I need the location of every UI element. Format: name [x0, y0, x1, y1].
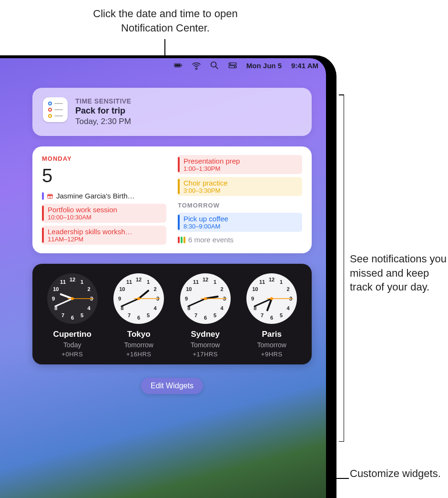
callout-right: See notifications you missed and keep tr… — [350, 252, 448, 294]
clock-day: Today — [63, 341, 81, 349]
clock-offset: +9HRS — [261, 351, 283, 358]
calendar-event: Portfolio work session10:00–10:30AM — [42, 204, 166, 223]
svg-text:1: 1 — [81, 279, 83, 285]
battery-icon[interactable] — [174, 61, 183, 70]
svg-text:2: 2 — [220, 286, 223, 292]
svg-rect-1 — [175, 64, 181, 67]
svg-text:7: 7 — [194, 312, 197, 318]
calendar-day-number: 5 — [42, 166, 166, 185]
svg-point-79 — [270, 297, 273, 300]
svg-text:2: 2 — [87, 286, 90, 292]
svg-text:1: 1 — [147, 279, 150, 285]
callout-bottom: Customize widgets. — [350, 467, 441, 481]
svg-text:4: 4 — [220, 305, 224, 311]
menu-bar: Mon Jun 5 9:41 AM — [0, 58, 326, 73]
svg-text:5: 5 — [280, 312, 283, 318]
svg-text:2: 2 — [287, 286, 290, 292]
svg-text:2: 2 — [154, 286, 157, 292]
gift-icon — [47, 193, 53, 199]
clock-city: Paris — [262, 330, 282, 339]
world-clock-item: 123456789101112 SydneyTomorrow+17HRS — [179, 272, 232, 358]
svg-text:6: 6 — [71, 315, 74, 321]
callout-top: Click the date and time to open Notifica… — [80, 7, 251, 35]
svg-point-3 — [211, 62, 216, 67]
svg-text:9: 9 — [118, 296, 121, 301]
svg-text:7: 7 — [261, 312, 264, 318]
notification-subtitle: Today, 2:30 PM — [75, 117, 131, 126]
svg-text:5: 5 — [81, 312, 83, 318]
clock-offset: +16HRS — [126, 351, 152, 358]
svg-rect-2 — [181, 65, 182, 66]
screen: Mon Jun 5 9:41 AM TIME SENSITIVE Pack fo… — [0, 58, 326, 498]
calendar-widget[interactable]: MONDAY 5 Jasmine Garcia's Birth… Portfol… — [32, 146, 312, 253]
svg-rect-5 — [229, 63, 236, 65]
world-clock-widget[interactable]: 123456789101112 CupertinoToday+0HRS 1234… — [32, 264, 312, 364]
calendar-event: Leadership skills worksh…11AM–12PM — [42, 226, 166, 245]
calendar-left-column: MONDAY 5 Jasmine Garcia's Birth… Portfol… — [42, 155, 166, 245]
svg-text:12: 12 — [269, 277, 275, 282]
svg-text:1: 1 — [280, 279, 283, 285]
clock-city: Tokyo — [127, 330, 151, 339]
calendar-tomorrow-label: TOMORROW — [178, 202, 302, 209]
svg-point-8 — [234, 66, 235, 67]
notification-category: TIME SENSITIVE — [75, 97, 131, 105]
svg-text:5: 5 — [214, 312, 216, 318]
svg-text:6: 6 — [270, 315, 273, 321]
calendar-allday-event: Jasmine Garcia's Birth… — [42, 192, 166, 200]
svg-text:5: 5 — [147, 312, 150, 318]
calendar-right-column: Presentation prep1:00–1:30PMChoir practi… — [178, 155, 302, 245]
menubar-date[interactable]: Mon Jun 5 — [246, 62, 282, 70]
svg-text:4: 4 — [287, 305, 290, 311]
svg-text:12: 12 — [136, 277, 142, 282]
svg-text:7: 7 — [61, 312, 64, 318]
clock-offset: +0HRS — [61, 351, 83, 358]
svg-text:11: 11 — [126, 279, 132, 285]
svg-text:11: 11 — [193, 279, 199, 285]
svg-text:10: 10 — [186, 286, 192, 292]
notification-center: TIME SENSITIVE Pack for trip Today, 2:30… — [32, 88, 312, 394]
wifi-icon[interactable] — [192, 61, 201, 70]
svg-text:10: 10 — [119, 286, 125, 292]
svg-text:1: 1 — [214, 279, 216, 285]
clock-offset: +17HRS — [193, 351, 218, 358]
svg-point-62 — [204, 297, 207, 300]
notification-text: TIME SENSITIVE Pack for trip Today, 2:30… — [75, 97, 131, 126]
svg-text:12: 12 — [203, 277, 208, 282]
svg-text:9: 9 — [52, 296, 55, 301]
svg-text:9: 9 — [185, 296, 188, 301]
svg-text:11: 11 — [259, 279, 265, 285]
search-icon[interactable] — [210, 61, 219, 70]
world-clock-item: 123456789101112 TokyoTomorrow+16HRS — [112, 272, 165, 358]
notification-card[interactable]: TIME SENSITIVE Pack for trip Today, 2:30… — [32, 88, 312, 136]
calendar-today-label: MONDAY — [42, 155, 166, 162]
clock-city: Sydney — [191, 330, 220, 339]
svg-text:4: 4 — [87, 305, 91, 311]
calendar-more-events: 6 more events — [178, 236, 302, 244]
calendar-event: Choir practice3:00–3:30PM — [178, 177, 302, 196]
svg-point-6 — [230, 63, 231, 64]
world-clock-item: 123456789101112 CupertinoToday+0HRS — [46, 272, 99, 358]
clock-day: Tomorrow — [124, 341, 153, 349]
svg-text:9: 9 — [251, 296, 254, 301]
calendar-allday-title: Jasmine Garcia's Birth… — [56, 192, 135, 200]
world-clock-item: 123456789101112 ParisTomorrow+9HRS — [245, 272, 298, 358]
svg-text:10: 10 — [53, 286, 59, 292]
svg-text:7: 7 — [128, 312, 131, 318]
bracket-right — [339, 94, 344, 442]
svg-line-4 — [216, 67, 218, 69]
control-center-icon[interactable] — [228, 61, 237, 70]
svg-text:6: 6 — [137, 315, 140, 321]
notification-title: Pack for trip — [75, 106, 131, 116]
calendar-event: Presentation prep1:00–1:30PM — [178, 155, 302, 174]
device-frame: Mon Jun 5 9:41 AM TIME SENSITIVE Pack fo… — [0, 55, 336, 498]
svg-text:10: 10 — [252, 286, 258, 292]
svg-point-45 — [137, 297, 140, 300]
svg-text:4: 4 — [154, 305, 157, 311]
svg-point-28 — [71, 297, 74, 300]
clock-day: Tomorrow — [257, 341, 286, 349]
svg-rect-7 — [229, 66, 236, 68]
clock-day: Tomorrow — [191, 341, 220, 349]
svg-text:6: 6 — [204, 315, 207, 321]
menubar-time[interactable]: 9:41 AM — [291, 62, 318, 70]
edit-widgets-button[interactable]: Edit Widgets — [141, 378, 203, 394]
